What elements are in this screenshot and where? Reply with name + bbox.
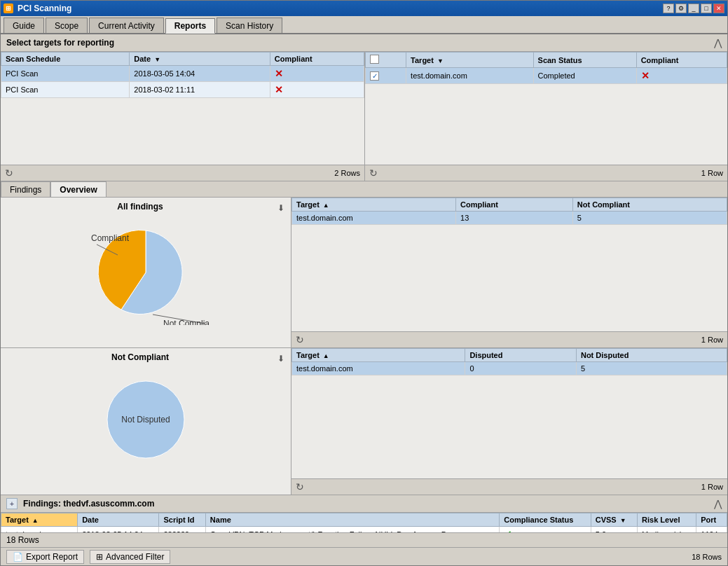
refresh-right-button[interactable]: ↻ — [369, 167, 378, 179]
bottom-findings-header: + Findings: thedvf.asuscomm.com ⋀ — [1, 495, 727, 513]
af-row-count: 1 Row — [701, 336, 723, 344]
col-compliant-right: Compliant — [636, 53, 727, 68]
findings-bottom-title: Findings: thedvf.asuscomm.com — [23, 499, 154, 509]
col-fd-target[interactable]: Target ▲ — [1, 513, 78, 527]
findings-table-area: Target ▲ Date Script Id Name Compliance … — [1, 513, 727, 532]
tab-reports[interactable]: Reports — [165, 18, 215, 34]
table-row[interactable]: ✓ test.domain.com Completed ✕ — [366, 68, 727, 84]
cell-target: test.domain.com — [406, 68, 533, 84]
top-panels: Scan Schedule Date ▼ Compliant PCI Scan … — [1, 52, 727, 181]
export-report-button[interactable]: 📄 Export Report — [6, 550, 84, 564]
status-bar: 📄 Export Report ⊞ Advanced Filter 18 Row… — [1, 547, 727, 565]
col-fd-risk: Risk Level — [638, 513, 696, 527]
cell-compliant: ✕ — [270, 82, 364, 98]
collapse-findings-button[interactable]: ⋀ — [714, 498, 722, 509]
right-panel: Target ▼ Scan Status Compliant ✓ test.do… — [365, 52, 727, 181]
findings-tabs: Findings Overview — [1, 181, 727, 198]
filter-icon: ⊞ — [96, 552, 103, 562]
col-fd-cvss[interactable]: CVSS ▼ — [591, 513, 637, 527]
table-row[interactable]: test.domain.com 0 5 — [292, 362, 727, 375]
findings-footer: 18 Rows — [1, 532, 727, 547]
tab-scope[interactable]: Scope — [46, 18, 88, 33]
title-bar: ⊞ PCI Scanning ? ⚙ _ □ ✕ — [1, 1, 727, 16]
not-compliant-pie-label: Not Compliant — [163, 319, 209, 325]
all-findings-pie-chart: Compliant Not Compliant — [83, 220, 209, 325]
window-title: PCI Scanning — [18, 4, 71, 13]
settings-button[interactable]: ⚙ — [675, 4, 687, 13]
advanced-filter-button[interactable]: ⊞ Advanced Filter — [90, 550, 170, 564]
table-row[interactable]: PCI Scan 2018-03-02 11:11 ✕ — [1, 82, 364, 98]
cell-af-target: test.domain.com — [292, 212, 456, 225]
cell-compliant: ✕ — [270, 66, 364, 82]
refresh-nc-button[interactable]: ↻ — [296, 481, 304, 492]
col-fd-compliance: Compliance Status — [500, 513, 591, 527]
tab-scan-history[interactable]: Scan History — [217, 18, 282, 33]
row-checkbox[interactable]: ✓ — [370, 71, 379, 81]
tab-current-activity[interactable]: Current Activity — [89, 18, 164, 33]
cell-af-not-compliant: 5 — [572, 212, 727, 225]
cell-nc-not-disputed: 5 — [576, 362, 727, 375]
all-findings-section: All findings ⬇ Compliant — [1, 198, 727, 348]
cell-cvss: 5.0 — [591, 527, 637, 533]
col-target[interactable]: Target ▼ — [406, 53, 533, 68]
table-row[interactable]: PCI Scan 2018-03-05 14:04 ✕ — [1, 66, 364, 82]
tab-guide[interactable]: Guide — [4, 18, 44, 33]
cell-script-id: 280229 — [159, 527, 205, 533]
target-table: Target ▼ Scan Status Compliant ✓ test.do… — [365, 52, 727, 84]
select-targets-header: Select targets for reporting ⋀ — [1, 34, 727, 52]
cell-scan-status: Completed — [533, 68, 636, 84]
collapse-targets-button[interactable]: ⋀ — [714, 37, 722, 48]
add-findings-button[interactable]: + — [6, 498, 18, 509]
refresh-left-button[interactable]: ↻ — [5, 167, 13, 179]
export-icon: 📄 — [13, 552, 23, 562]
download-findings-button[interactable]: ⬇ — [275, 202, 287, 214]
col-fd-port: Port — [696, 513, 727, 527]
tab-findings[interactable]: Findings — [1, 181, 50, 197]
not-compliant-section: Not Compliant ⬇ Not Disputed — [1, 348, 727, 495]
minimize-button[interactable]: _ — [688, 4, 699, 13]
all-findings-table-area: Target ▲ Compliant Not Compliant test.do… — [291, 198, 727, 347]
cell-compliance: ✓ — [500, 527, 591, 533]
download-nc-button[interactable]: ⬇ — [275, 353, 287, 364]
title-bar-controls: ? ⚙ _ □ ✕ — [663, 4, 724, 13]
export-label: Export Report — [26, 552, 78, 562]
cell-nc-disputed: 0 — [465, 362, 577, 375]
not-compliant-chart: Not Compliant ⬇ Not Disputed — [1, 348, 291, 495]
refresh-af-button[interactable]: ↻ — [296, 334, 304, 345]
row-count-findings: 18 Rows — [6, 535, 39, 545]
help-button[interactable]: ? — [663, 4, 674, 13]
table-row[interactable]: test.domain.com 13 5 — [292, 212, 727, 225]
col-compliant: Compliant — [270, 53, 364, 66]
select-all-checkbox[interactable] — [370, 55, 379, 64]
cell-af-compliant: 13 — [456, 212, 573, 225]
title-bar-left: ⊞ PCI Scanning — [4, 4, 71, 13]
left-panel: Scan Schedule Date ▼ Compliant PCI Scan … — [1, 52, 365, 181]
not-disputed-center-label: Not Disputed — [121, 415, 170, 424]
bottom-findings: + Findings: thedvf.asuscomm.com ⋀ Target… — [1, 495, 727, 547]
col-nc-target[interactable]: Target ▲ — [292, 349, 465, 362]
app-icon: ⊞ — [4, 4, 13, 13]
all-findings-title: All findings — [5, 202, 275, 212]
cell-risk: Medium risk — [638, 527, 696, 533]
nc-table-footer: ↻ 1 Row — [291, 478, 727, 495]
col-date[interactable]: Date ▼ — [130, 53, 270, 66]
not-compliant-title: Not Compliant — [5, 352, 275, 362]
nav-tabs: Guide Scope Current Activity Reports Sca… — [1, 16, 727, 34]
tab-overview[interactable]: Overview — [50, 181, 106, 197]
compliant-pie-label: Compliant — [91, 233, 130, 243]
cell-nc-target: test.domain.com — [292, 362, 465, 375]
close-button[interactable]: ✕ — [713, 4, 724, 13]
advanced-label: Advanced Filter — [106, 552, 164, 562]
maximize-button[interactable]: □ — [701, 4, 712, 13]
content-area: Select targets for reporting ⋀ Scan Sche… — [1, 34, 727, 565]
cell-target: test.domain.com — [1, 527, 78, 533]
table-row[interactable]: test.domain.com 2018-03-05 14:04 280229 … — [1, 527, 727, 533]
left-table-footer: ↻ 2 Rows — [1, 165, 364, 181]
col-af-target[interactable]: Target ▲ — [292, 198, 456, 212]
select-targets-title: Select targets for reporting — [6, 38, 114, 48]
col-fd-name: Name — [205, 513, 499, 527]
cell-name: OpenVPN: TCP Mode accept() Function Fail… — [205, 527, 499, 533]
right-row-count: 1 Row — [701, 169, 723, 177]
main-window: ⊞ PCI Scanning ? ⚙ _ □ ✕ Guide Scope Cur… — [0, 0, 728, 566]
status-row-count: 18 Rows — [692, 553, 722, 561]
